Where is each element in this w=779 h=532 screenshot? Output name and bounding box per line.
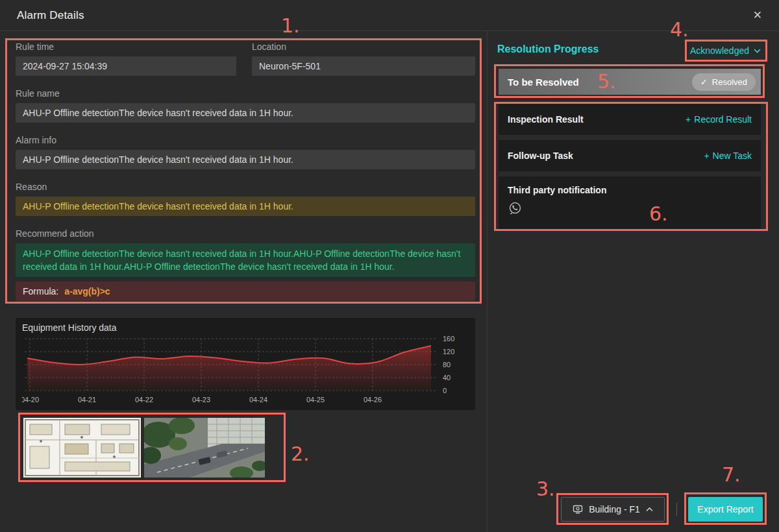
whatsapp-icon[interactable]	[508, 201, 523, 219]
status-dropdown-value: Acknowledged	[690, 45, 749, 56]
annotation-label-2: 2.	[291, 442, 310, 465]
location-field: Location Neuron-5F-501	[252, 42, 475, 76]
alarm-info-input[interactable]: AHU-P Offline detectionThe device hasn't…	[16, 150, 475, 169]
svg-text:04-26: 04-26	[364, 396, 382, 404]
svg-text:04-25: 04-25	[306, 396, 325, 404]
rule-name-label: Rule name	[16, 88, 475, 99]
follow-up-task-label: Follow-up Task	[508, 151, 573, 161]
record-result-button[interactable]: + Record Result	[686, 114, 752, 125]
panel-divider	[487, 31, 488, 532]
follow-up-task-row: Follow-up Task + New Task	[499, 140, 761, 171]
plus-icon: +	[704, 151, 709, 161]
third-party-label: Third party notification	[508, 185, 752, 195]
rule-time-label: Rule time	[16, 42, 236, 52]
resolution-progress-title: Resolution Progress	[497, 43, 599, 55]
record-result-label: Record Result	[694, 114, 752, 125]
reason-value: AHU-P Offline detectionThe device hasn't…	[16, 197, 475, 216]
alarm-info-field: Alarm info AHU-P Offline detectionThe de…	[16, 135, 475, 169]
to-be-resolved-bar: To be Resolved ✓ Resolved	[499, 69, 761, 95]
rule-name-field: Rule name AHU-P Offline detectionThe dev…	[16, 88, 475, 123]
chart-title: Equipment History data	[22, 322, 475, 333]
inspection-result-label: Inspection Result	[508, 114, 584, 125]
recommend-action-value: AHU-P Offline detectionThe device hasn't…	[16, 243, 475, 277]
inspection-result-row: Inspection Result + Record Result	[499, 104, 761, 135]
close-icon[interactable]: ✕	[753, 8, 762, 22]
chart-area-fill	[27, 346, 431, 391]
svg-text:04-23: 04-23	[192, 396, 210, 404]
svg-text:160: 160	[443, 335, 454, 343]
svg-text:0: 0	[443, 387, 447, 394]
stage-label: To be Resolved	[508, 77, 579, 88]
recommend-action-label: Recommend action	[16, 228, 475, 239]
rule-time-field: Rule time 2024-09-27 15:04:39	[16, 42, 236, 76]
rule-time-input[interactable]: 2024-09-27 15:04:39	[16, 56, 236, 76]
svg-text:120: 120	[443, 348, 454, 356]
formula-value: a-avg(b)>c	[64, 286, 110, 296]
footer-separator	[676, 503, 677, 516]
modal-header: Alarm Details ✕	[0, 0, 779, 31]
check-icon: ✓	[700, 77, 708, 87]
new-task-button[interactable]: + New Task	[704, 151, 752, 161]
new-task-label: New Task	[713, 151, 752, 161]
building-view-icon	[573, 504, 583, 514]
resolved-button[interactable]: ✓ Resolved	[692, 73, 756, 91]
svg-text:04-20: 04-20	[22, 396, 39, 404]
svg-text:04-22: 04-22	[135, 396, 153, 404]
camera-thumbnail[interactable]	[144, 418, 265, 478]
alarm-info-label: Alarm info	[16, 135, 475, 145]
building-selector-button[interactable]: Building - F1	[561, 497, 665, 522]
equipment-history-section: Equipment History data 0408012016004-200…	[16, 318, 475, 410]
equipment-history-chart: 0408012016004-2004-2104-2204-2304-2404-2…	[22, 335, 475, 407]
formula-label: Formula:	[23, 286, 58, 296]
building-selector-label: Building - F1	[589, 504, 640, 514]
chevron-down-icon	[754, 49, 761, 53]
reason-label: Reason	[16, 182, 475, 192]
location-input[interactable]: Neuron-5F-501	[252, 56, 475, 76]
svg-text:80: 80	[443, 361, 451, 369]
plus-icon: +	[686, 114, 691, 125]
svg-text:04-24: 04-24	[249, 396, 267, 404]
reason-field: Reason AHU-P Offline detectionThe device…	[16, 182, 475, 216]
svg-text:04-21: 04-21	[78, 396, 96, 404]
annotation-label-7: 7.	[722, 463, 741, 486]
third-party-notification-row: Third party notification	[499, 176, 761, 230]
annotation-label-3: 3.	[536, 478, 555, 500]
alarm-details-modal: Alarm Details ✕ Rule time 2024-09-27 15:…	[0, 0, 779, 532]
svg-text:40: 40	[443, 374, 451, 381]
status-dropdown[interactable]: Acknowledged	[690, 45, 761, 56]
page-title: Alarm Details	[17, 9, 84, 22]
chevron-up-icon	[646, 507, 653, 512]
floorplan-thumbnail[interactable]	[23, 418, 141, 478]
formula-bar: Formula: a-avg(b)>c	[16, 282, 475, 301]
rule-name-input[interactable]: AHU-P Offline detectionThe device hasn't…	[16, 103, 475, 123]
export-report-button[interactable]: Export Report	[688, 497, 763, 522]
export-report-label: Export Report	[697, 504, 753, 514]
location-label: Location	[252, 42, 475, 52]
resolved-button-label: Resolved	[712, 77, 747, 87]
recommend-action-field: Recommend action AHU-P Offline detection…	[16, 228, 475, 277]
